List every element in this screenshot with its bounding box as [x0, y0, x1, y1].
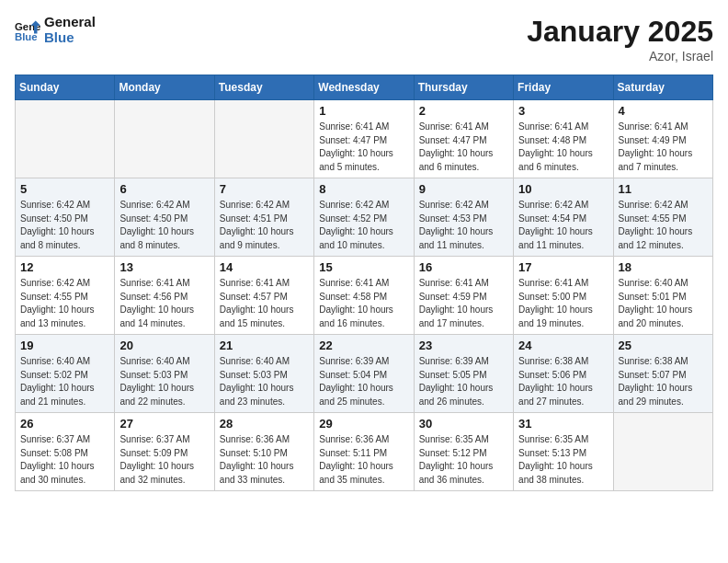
- day-number: 27: [119, 417, 209, 431]
- svg-text:Blue: Blue: [15, 30, 38, 41]
- day-number: 10: [518, 182, 608, 196]
- calendar-cell: 7Sunrise: 6:42 AM Sunset: 4:51 PM Daylig…: [214, 178, 313, 257]
- calendar-cell: 8Sunrise: 6:42 AM Sunset: 4:52 PM Daylig…: [314, 178, 414, 257]
- day-number: 25: [619, 339, 708, 352]
- day-info: Sunrise: 6:41 AM Sunset: 4:47 PM Dayligh…: [419, 121, 508, 174]
- calendar-cell: [214, 100, 313, 178]
- calendar-cell: 25Sunrise: 6:38 AM Sunset: 5:07 PM Dayli…: [613, 335, 712, 413]
- day-info: Sunrise: 6:39 AM Sunset: 5:05 PM Dayligh…: [419, 355, 508, 408]
- day-number: 5: [20, 182, 109, 196]
- weekday-header: Monday: [115, 75, 214, 100]
- day-number: 18: [619, 260, 708, 274]
- day-number: 1: [319, 104, 408, 118]
- day-number: 17: [518, 260, 608, 274]
- day-info: Sunrise: 6:42 AM Sunset: 4:54 PM Dayligh…: [518, 199, 608, 252]
- day-number: 31: [518, 417, 608, 431]
- day-info: Sunrise: 6:42 AM Sunset: 4:55 PM Dayligh…: [619, 199, 708, 252]
- day-number: 6: [119, 182, 209, 196]
- day-number: 29: [319, 417, 408, 431]
- day-info: Sunrise: 6:36 AM Sunset: 5:10 PM Dayligh…: [220, 433, 309, 487]
- day-number: 24: [518, 339, 608, 352]
- month-title: January 2025: [527, 15, 713, 49]
- day-number: 23: [419, 339, 508, 352]
- day-info: Sunrise: 6:41 AM Sunset: 5:00 PM Dayligh…: [518, 277, 608, 330]
- day-info: Sunrise: 6:42 AM Sunset: 4:52 PM Dayligh…: [319, 199, 408, 252]
- calendar-week-row: 26Sunrise: 6:37 AM Sunset: 5:08 PM Dayli…: [16, 413, 713, 491]
- day-number: 21: [220, 339, 309, 352]
- weekday-header: Tuesday: [214, 75, 313, 100]
- day-info: Sunrise: 6:42 AM Sunset: 4:55 PM Dayligh…: [20, 277, 109, 330]
- page-header: General Blue General Blue January 2025 A…: [15, 15, 713, 63]
- day-number: 4: [619, 104, 708, 118]
- calendar-cell: 31Sunrise: 6:35 AM Sunset: 5:13 PM Dayli…: [514, 413, 613, 491]
- calendar-cell: 5Sunrise: 6:42 AM Sunset: 4:50 PM Daylig…: [16, 178, 115, 257]
- day-info: Sunrise: 6:41 AM Sunset: 4:49 PM Dayligh…: [619, 121, 708, 174]
- day-info: Sunrise: 6:41 AM Sunset: 4:47 PM Dayligh…: [319, 121, 408, 174]
- calendar-week-row: 12Sunrise: 6:42 AM Sunset: 4:55 PM Dayli…: [16, 257, 713, 335]
- calendar-cell: 10Sunrise: 6:42 AM Sunset: 4:54 PM Dayli…: [514, 178, 613, 257]
- calendar-cell: 22Sunrise: 6:39 AM Sunset: 5:04 PM Dayli…: [314, 335, 414, 413]
- calendar-cell: 6Sunrise: 6:42 AM Sunset: 4:50 PM Daylig…: [115, 178, 214, 257]
- day-number: 9: [419, 182, 508, 196]
- calendar-cell: 2Sunrise: 6:41 AM Sunset: 4:47 PM Daylig…: [414, 100, 513, 178]
- day-info: Sunrise: 6:42 AM Sunset: 4:51 PM Dayligh…: [220, 199, 309, 252]
- day-info: Sunrise: 6:38 AM Sunset: 5:06 PM Dayligh…: [518, 355, 608, 408]
- day-number: 11: [619, 182, 708, 196]
- day-info: Sunrise: 6:42 AM Sunset: 4:50 PM Dayligh…: [20, 199, 109, 252]
- day-info: Sunrise: 6:42 AM Sunset: 4:50 PM Dayligh…: [119, 199, 209, 252]
- calendar-cell: 15Sunrise: 6:41 AM Sunset: 4:58 PM Dayli…: [314, 257, 414, 335]
- calendar-cell: 16Sunrise: 6:41 AM Sunset: 4:59 PM Dayli…: [414, 257, 513, 335]
- location: Azor, Israel: [527, 49, 713, 63]
- day-info: Sunrise: 6:40 AM Sunset: 5:02 PM Dayligh…: [20, 355, 109, 408]
- logo-icon: General Blue: [15, 17, 40, 43]
- calendar-cell: [115, 100, 214, 178]
- day-info: Sunrise: 6:41 AM Sunset: 4:48 PM Dayligh…: [518, 121, 608, 174]
- day-number: 30: [419, 417, 508, 431]
- day-info: Sunrise: 6:39 AM Sunset: 5:04 PM Dayligh…: [319, 355, 408, 408]
- weekday-header: Saturday: [613, 75, 712, 100]
- calendar-cell: 27Sunrise: 6:37 AM Sunset: 5:09 PM Dayli…: [115, 413, 214, 491]
- day-number: 20: [119, 339, 209, 352]
- day-number: 28: [220, 417, 309, 431]
- calendar-cell: 18Sunrise: 6:40 AM Sunset: 5:01 PM Dayli…: [613, 257, 712, 335]
- day-info: Sunrise: 6:37 AM Sunset: 5:08 PM Dayligh…: [20, 433, 109, 487]
- calendar-cell: 29Sunrise: 6:36 AM Sunset: 5:11 PM Dayli…: [314, 413, 414, 491]
- day-info: Sunrise: 6:37 AM Sunset: 5:09 PM Dayligh…: [119, 433, 209, 487]
- calendar-cell: 3Sunrise: 6:41 AM Sunset: 4:48 PM Daylig…: [514, 100, 613, 178]
- day-number: 3: [518, 104, 608, 118]
- calendar-week-row: 5Sunrise: 6:42 AM Sunset: 4:50 PM Daylig…: [16, 178, 713, 257]
- calendar-cell: 11Sunrise: 6:42 AM Sunset: 4:55 PM Dayli…: [613, 178, 712, 257]
- day-number: 16: [419, 260, 508, 274]
- day-number: 19: [20, 339, 109, 352]
- day-info: Sunrise: 6:41 AM Sunset: 4:59 PM Dayligh…: [419, 277, 508, 330]
- logo: General Blue General Blue: [15, 15, 96, 45]
- calendar-cell: 28Sunrise: 6:36 AM Sunset: 5:10 PM Dayli…: [214, 413, 313, 491]
- day-number: 12: [20, 260, 109, 274]
- day-info: Sunrise: 6:41 AM Sunset: 4:57 PM Dayligh…: [220, 277, 309, 330]
- calendar-cell: 24Sunrise: 6:38 AM Sunset: 5:06 PM Dayli…: [514, 335, 613, 413]
- weekday-header-row: SundayMondayTuesdayWednesdayThursdayFrid…: [16, 75, 713, 100]
- day-info: Sunrise: 6:38 AM Sunset: 5:07 PM Dayligh…: [619, 355, 708, 408]
- calendar-cell: 19Sunrise: 6:40 AM Sunset: 5:02 PM Dayli…: [16, 335, 115, 413]
- calendar-cell: 4Sunrise: 6:41 AM Sunset: 4:49 PM Daylig…: [613, 100, 712, 178]
- day-number: 26: [20, 417, 109, 431]
- logo-blue: Blue: [44, 30, 96, 46]
- day-number: 14: [220, 260, 309, 274]
- day-number: 22: [319, 339, 408, 352]
- day-info: Sunrise: 6:42 AM Sunset: 4:53 PM Dayligh…: [419, 199, 508, 252]
- calendar-cell: 30Sunrise: 6:35 AM Sunset: 5:12 PM Dayli…: [414, 413, 513, 491]
- calendar-cell: 20Sunrise: 6:40 AM Sunset: 5:03 PM Dayli…: [115, 335, 214, 413]
- calendar-cell: 26Sunrise: 6:37 AM Sunset: 5:08 PM Dayli…: [16, 413, 115, 491]
- day-number: 8: [319, 182, 408, 196]
- calendar-cell: 9Sunrise: 6:42 AM Sunset: 4:53 PM Daylig…: [414, 178, 513, 257]
- day-info: Sunrise: 6:35 AM Sunset: 5:13 PM Dayligh…: [518, 433, 608, 487]
- calendar-cell: 23Sunrise: 6:39 AM Sunset: 5:05 PM Dayli…: [414, 335, 513, 413]
- calendar-week-row: 1Sunrise: 6:41 AM Sunset: 4:47 PM Daylig…: [16, 100, 713, 178]
- calendar-cell: 1Sunrise: 6:41 AM Sunset: 4:47 PM Daylig…: [314, 100, 414, 178]
- calendar-cell: 13Sunrise: 6:41 AM Sunset: 4:56 PM Dayli…: [115, 257, 214, 335]
- calendar-cell: 21Sunrise: 6:40 AM Sunset: 5:03 PM Dayli…: [214, 335, 313, 413]
- day-info: Sunrise: 6:40 AM Sunset: 5:03 PM Dayligh…: [220, 355, 309, 408]
- calendar-week-row: 19Sunrise: 6:40 AM Sunset: 5:02 PM Dayli…: [16, 335, 713, 413]
- weekday-header: Friday: [514, 75, 613, 100]
- day-info: Sunrise: 6:41 AM Sunset: 4:56 PM Dayligh…: [119, 277, 209, 330]
